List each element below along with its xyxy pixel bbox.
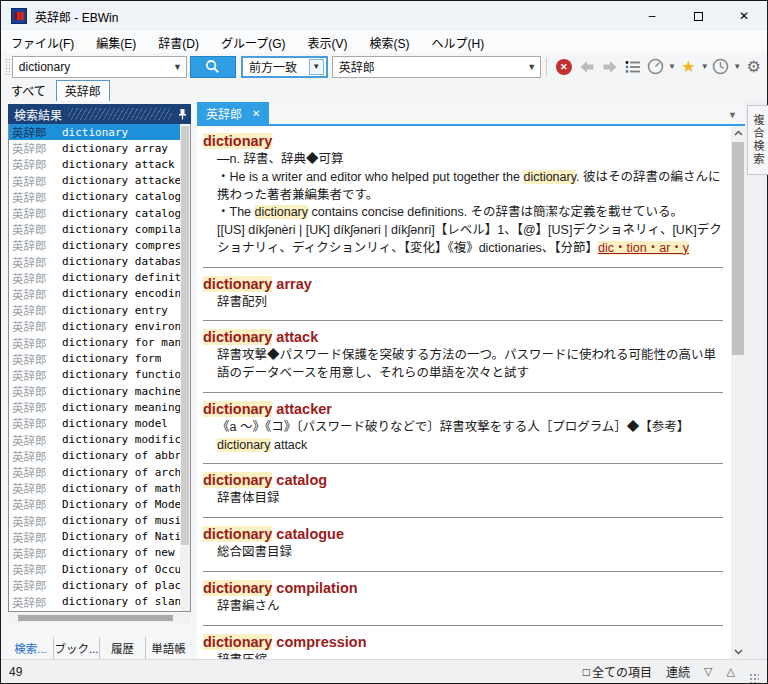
result-row[interactable]: 英辞郎Dictionary of National: [9, 529, 180, 545]
result-row[interactable]: 英辞郎dictionary entry: [9, 302, 180, 318]
chevron-down-icon[interactable]: ▼: [700, 62, 710, 71]
dictionary-select[interactable]: 英辞郎 ▼: [332, 56, 542, 78]
result-row[interactable]: 英辞郎dictionary compilation: [9, 221, 180, 237]
result-row[interactable]: 英辞郎dictionary of place-na: [9, 577, 180, 593]
result-row[interactable]: 英辞郎dictionary modificatio: [9, 432, 180, 448]
result-row[interactable]: 英辞郎dictionary: [9, 124, 180, 140]
content-vertical-scrollbar[interactable]: [731, 126, 745, 659]
group-tab-all[interactable]: すべて: [11, 82, 46, 99]
result-row[interactable]: 英辞郎dictionary machine: [9, 383, 180, 399]
result-row[interactable]: 英辞郎dictionary of musical t: [9, 513, 180, 529]
stop-button[interactable]: ✕: [552, 56, 575, 78]
chevron-down-icon[interactable]: ▼: [667, 62, 677, 71]
result-dictionary-tag: 英辞郎: [12, 480, 56, 496]
chevron-down-icon[interactable]: ▼: [167, 62, 182, 72]
forward-arrow-icon: [602, 60, 618, 74]
result-row[interactable]: 英辞郎Dictionary of Modern I: [9, 496, 180, 512]
match-mode-select[interactable]: 前方一致 ▼: [241, 56, 328, 78]
result-row[interactable]: 英辞郎dictionary catalogue: [9, 205, 180, 221]
menu-dictionary[interactable]: 辞書(D): [158, 34, 199, 51]
tab-search[interactable]: 検索...: [8, 637, 54, 659]
result-row[interactable]: 英辞郎dictionary of archaic w: [9, 464, 180, 480]
prev-triangle-button[interactable]: ▽: [704, 665, 712, 678]
next-triangle-button[interactable]: △: [727, 665, 735, 678]
tab-compound-search[interactable]: 複合検索: [747, 105, 768, 175]
result-row[interactable]: 英辞郎dictionary of new word: [9, 545, 180, 561]
result-row[interactable]: 英辞郎dictionary for many dif: [9, 334, 180, 350]
back-arrow-icon: [579, 60, 595, 74]
list-view-button[interactable]: [621, 56, 644, 78]
scrollbar-thumb[interactable]: [732, 142, 744, 355]
settings-button[interactable]: ⚙: [742, 56, 765, 78]
result-row[interactable]: 英辞郎Dictionary of Occupat: [9, 561, 180, 577]
tab-book[interactable]: ブック...: [54, 637, 100, 659]
menu-edit[interactable]: 編集(E): [96, 34, 136, 51]
forward-button[interactable]: [598, 56, 621, 78]
main-area: 検索結果 英辞郎dictionary英辞郎dictionary array英辞郎…: [1, 101, 767, 659]
search-button[interactable]: [190, 56, 236, 78]
chevron-down-icon[interactable]: ▼: [732, 62, 742, 71]
result-row[interactable]: 英辞郎dictionary database: [9, 254, 180, 270]
result-row[interactable]: 英辞郎dictionary catalog: [9, 189, 180, 205]
entry-body-paragraph: 総合図書目録: [203, 544, 727, 562]
menu-group[interactable]: グループ(G): [221, 34, 286, 51]
result-row[interactable]: 英辞郎dictionary environment: [9, 318, 180, 334]
back-button[interactable]: [575, 56, 598, 78]
scroll-down-icon[interactable]: [731, 645, 745, 659]
result-row[interactable]: 英辞郎dictionary meaning: [9, 399, 180, 415]
tab-list-chevron-icon[interactable]: ▼: [728, 110, 745, 124]
result-row[interactable]: 英辞郎dictionary function: [9, 367, 180, 383]
minimize-button[interactable]: –: [629, 1, 675, 31]
result-row[interactable]: 英辞郎dictionary encoding: [9, 286, 180, 302]
document-tab-eijiro[interactable]: 英辞郎 ✕: [197, 102, 269, 124]
result-word: dictionary definition: [62, 271, 180, 284]
favorites-button[interactable]: ★: [677, 56, 700, 78]
close-button[interactable]: ✕: [721, 1, 767, 31]
all-items-checkbox[interactable]: □ 全ての項目: [583, 663, 652, 680]
search-input[interactable]: dictionary ▼: [12, 56, 187, 78]
result-row[interactable]: 英辞郎dictionary of abbreviat: [9, 448, 180, 464]
menu-view[interactable]: 表示(V): [308, 34, 348, 51]
history-button[interactable]: [709, 56, 732, 78]
gear-icon: ⚙: [746, 59, 760, 75]
tab-history[interactable]: 履歴: [100, 637, 146, 659]
result-row[interactable]: 英辞郎dictionary definition: [9, 270, 180, 286]
maximize-button[interactable]: [675, 1, 721, 31]
result-row[interactable]: 英辞郎dictionary of slang: [9, 593, 180, 609]
pin-icon[interactable]: [178, 108, 187, 120]
menu-help[interactable]: ヘルプ(H): [432, 34, 485, 51]
chevron-down-icon[interactable]: ▼: [309, 59, 324, 75]
result-row[interactable]: 英辞郎dictionary attack: [9, 156, 180, 172]
menu-file[interactable]: ファイル(F): [11, 34, 74, 51]
result-row[interactable]: 英辞郎dictionary of mathema: [9, 480, 180, 496]
resize-grip[interactable]: [749, 673, 759, 683]
entry-headword: dictionary catalogue: [203, 526, 727, 542]
close-tab-icon[interactable]: ✕: [252, 108, 260, 119]
result-row[interactable]: 英辞郎dictionary attacker: [9, 173, 180, 189]
result-row[interactable]: 英辞郎dictionary of: [9, 610, 180, 612]
toolbar-grip[interactable]: [5, 58, 10, 76]
group-menu-button[interactable]: [644, 56, 667, 78]
entry-body-paragraph: —n. 辞書、辞典◆可算: [203, 151, 727, 169]
results-horizontal-scrollbar[interactable]: [8, 613, 191, 623]
result-dictionary-tag: 英辞郎: [12, 221, 56, 237]
menu-search[interactable]: 検索(S): [370, 34, 410, 51]
result-row[interactable]: 英辞郎dictionary form: [9, 351, 180, 367]
result-dictionary-tag: 英辞郎: [12, 270, 56, 286]
result-row[interactable]: 英辞郎dictionary model: [9, 415, 180, 431]
group-tab-eijiro[interactable]: 英辞郎: [56, 80, 110, 102]
result-row[interactable]: 英辞郎dictionary array: [9, 140, 180, 156]
scrollbar-thumb[interactable]: [181, 126, 189, 545]
result-dictionary-tag: 英辞郎: [12, 335, 56, 351]
result-row[interactable]: 英辞郎dictionary compression: [9, 237, 180, 253]
scroll-up-icon[interactable]: [731, 126, 745, 140]
chevron-down-icon[interactable]: ▼: [521, 62, 536, 72]
results-vertical-scrollbar[interactable]: [180, 124, 190, 611]
sidebar-bottom-tabs: 検索... ブック... 履歴 単語帳: [8, 637, 191, 659]
entry-separator: [203, 392, 723, 393]
tab-wordbook[interactable]: 単語帳: [146, 637, 191, 659]
entry-headword: dictionary array: [203, 276, 727, 292]
continuous-mode-label[interactable]: 連続: [666, 663, 690, 680]
highlighted-term: dictionary: [217, 438, 271, 452]
scrollbar-thumb[interactable]: [18, 615, 173, 621]
